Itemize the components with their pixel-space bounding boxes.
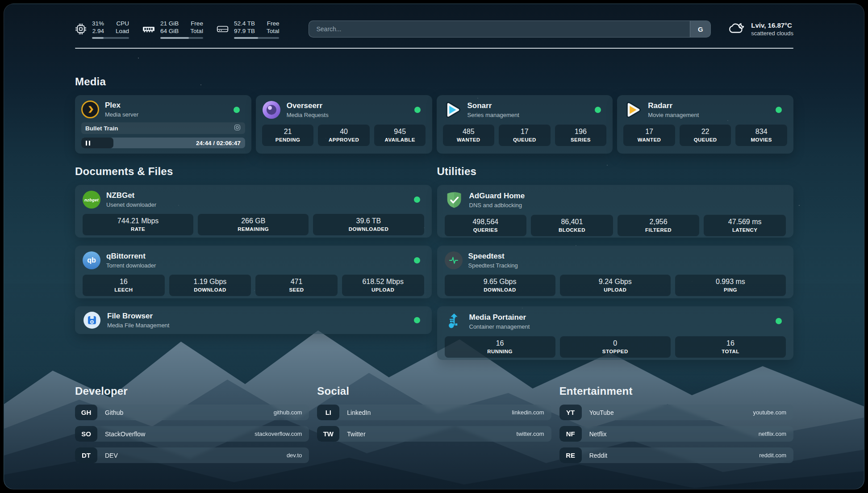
cloud-moon-icon (729, 21, 746, 37)
section-title-media: Media (75, 75, 793, 88)
stat-rate: 744.21 Mbps RATE (83, 214, 193, 235)
bookmark-netflix[interactable]: NF Netflix netflix.com (559, 426, 793, 442)
media-grid: Plex Media server Bullet Train (75, 95, 793, 154)
stat-blocked: 86,401 BLOCKED (531, 215, 613, 236)
memory-labels: Free Total (190, 20, 203, 35)
section-title-social: Social (317, 385, 551, 397)
app-card-overseerr[interactable]: Overseerr Media Requests 21 PENDING 40 A… (256, 95, 432, 154)
stat-leech: 16 LEECH (83, 275, 165, 296)
cpu-values: 31% 2.94 (92, 20, 104, 35)
bookmark-dev[interactable]: DT DEV dev.to (75, 447, 309, 463)
portainer-icon (445, 312, 463, 331)
stat-total: 16 TOTAL (675, 336, 786, 358)
documents-column: Documents & Files nzbget NZBGet Usenet d… (75, 165, 432, 360)
section-title-developer: Developer (75, 385, 309, 397)
search-engine-button[interactable]: G (690, 21, 710, 37)
bookmark-linkedin[interactable]: LI LinkedIn linkedin.com (317, 405, 551, 420)
section-title-utilities: Utilities (437, 165, 794, 178)
stat-download: 9.65 Gbps DOWNLOAD (445, 275, 555, 296)
bookmark-twitter[interactable]: TW Twitter twitter.com (317, 426, 551, 442)
search-input[interactable] (309, 21, 690, 37)
weather-condition: scattered clouds (751, 30, 793, 37)
stat-remaining: 266 GB REMAINING (198, 214, 309, 235)
bookmark-youtube[interactable]: YT YouTube youtube.com (559, 405, 793, 420)
cpu-icon (75, 23, 87, 35)
memory-metric: 21 GiB 64 GiB Free Total (142, 20, 203, 39)
stat-queued: 17 QUEUED (499, 125, 551, 146)
stat-ping: 0.993 ms PING (675, 275, 786, 296)
status-dot (414, 257, 420, 263)
stat-series: 196 SERIES (555, 125, 607, 146)
stat-pending: 21 PENDING (262, 125, 314, 146)
filebrowser-icon (83, 311, 101, 330)
cpu-metric: 31% 2.94 CPU Load (75, 20, 129, 39)
weather-location-temp: Lviv, 16.87°C (751, 21, 793, 29)
now-playing-row: Bullet Train (81, 122, 245, 134)
status-dot (414, 317, 420, 323)
playback-progress-bar: 24:44 / 02:06:47 (81, 138, 245, 148)
app-card-sonarr[interactable]: Sonarr Series management 485 WANTED 17 Q… (437, 95, 613, 154)
disk-metric: 52.4 TB 97.9 TB Free Total (217, 20, 280, 39)
stat-movies: 834 MOVIES (735, 125, 787, 146)
app-card-nzbget[interactable]: nzbget NZBGet Usenet downloader 744.21 M… (75, 185, 432, 238)
developer-column: Developer GH Github github.com SO StackO… (75, 385, 309, 469)
nzbget-icon: nzbget (83, 191, 100, 209)
dashboard: 31% 2.94 CPU Load (4, 4, 864, 489)
qbittorrent-icon: qb (83, 251, 100, 269)
stat-filtered: 2,956 FILTERED (618, 215, 700, 236)
bookmark-reddit[interactable]: RE Reddit reddit.com (559, 447, 793, 463)
entertainment-column: Entertainment YT YouTube youtube.com NF … (559, 385, 793, 469)
stat-queries: 498,564 QUERIES (445, 215, 527, 236)
app-card-speedtest[interactable]: Speedtest Speedtest Tracking 9.65 Gbps D… (437, 246, 794, 298)
adguard-icon (445, 191, 463, 209)
ram-icon (142, 25, 155, 33)
pause-icon[interactable] (86, 141, 90, 146)
weather-widget: Lviv, 16.87°C scattered clouds (729, 21, 793, 37)
now-playing-icon[interactable] (234, 124, 241, 133)
stat-latency: 47.569 ms LATENCY (704, 215, 786, 236)
stat-wanted: 17 WANTED (623, 125, 675, 146)
now-playing-title: Bullet Train (85, 125, 234, 132)
overseerr-icon (262, 100, 281, 119)
search-bar: G (309, 21, 711, 38)
stat-stopped: 0 STOPPED (560, 336, 671, 358)
disk-values: 52.4 TB 97.9 TB (234, 20, 255, 35)
status-dot (776, 318, 782, 324)
disk-labels: Free Total (267, 20, 280, 35)
status-dot (234, 107, 240, 113)
cpu-labels: CPU Load (116, 20, 129, 35)
utilities-column: Utilities (437, 165, 794, 360)
stat-downloaded: 39.6 TB DOWNLOADED (313, 214, 424, 235)
status-dot (776, 107, 782, 113)
stat-wanted: 485 WANTED (443, 125, 495, 146)
bookmark-github[interactable]: GH Github github.com (75, 405, 309, 420)
stat-upload: 618.52 Mbps UPLOAD (342, 275, 424, 296)
disk-progress-bar (234, 37, 280, 39)
stat-queued: 22 QUEUED (680, 125, 731, 146)
section-title-entertainment: Entertainment (559, 385, 793, 397)
header-divider (75, 48, 793, 49)
plex-icon (81, 100, 99, 118)
stat-download: 1.19 Gbps DOWNLOAD (169, 275, 251, 296)
app-card-portainer[interactable]: Media Portainer Container management 16 … (437, 306, 794, 360)
app-card-qbittorrent[interactable]: qb qBittorrent Torrent downloader 16 LEE… (75, 246, 432, 298)
stat-seed: 471 SEED (255, 275, 338, 296)
cpu-progress-bar (92, 37, 129, 39)
top-bar: 31% 2.94 CPU Load (75, 18, 793, 40)
bookmark-stackoverflow[interactable]: SO StackOverflow stackoverflow.com (75, 426, 309, 442)
app-card-plex[interactable]: Plex Media server Bullet Train (75, 95, 251, 154)
speedtest-icon (445, 251, 463, 269)
social-column: Social LI LinkedIn linkedin.com TW Twitt… (317, 385, 551, 469)
section-title-documents: Documents & Files (75, 165, 432, 178)
app-card-filebrowser[interactable]: File Browser Media File Management (75, 306, 432, 334)
playback-time: 24:44 / 02:06:47 (196, 140, 241, 146)
disk-icon (217, 24, 229, 34)
status-dot (414, 196, 420, 203)
stat-running: 16 RUNNING (445, 336, 555, 358)
app-card-radarr[interactable]: Radarr Movie management 17 WANTED 22 QUE… (617, 95, 793, 154)
app-card-adguard[interactable]: AdGuard Home DNS and adblocking 498,564 … (437, 185, 794, 238)
stat-available: 945 AVAILABLE (374, 125, 426, 146)
radarr-icon (623, 100, 642, 119)
stat-upload: 9.24 Gbps UPLOAD (560, 275, 671, 296)
memory-progress-bar (160, 37, 203, 39)
